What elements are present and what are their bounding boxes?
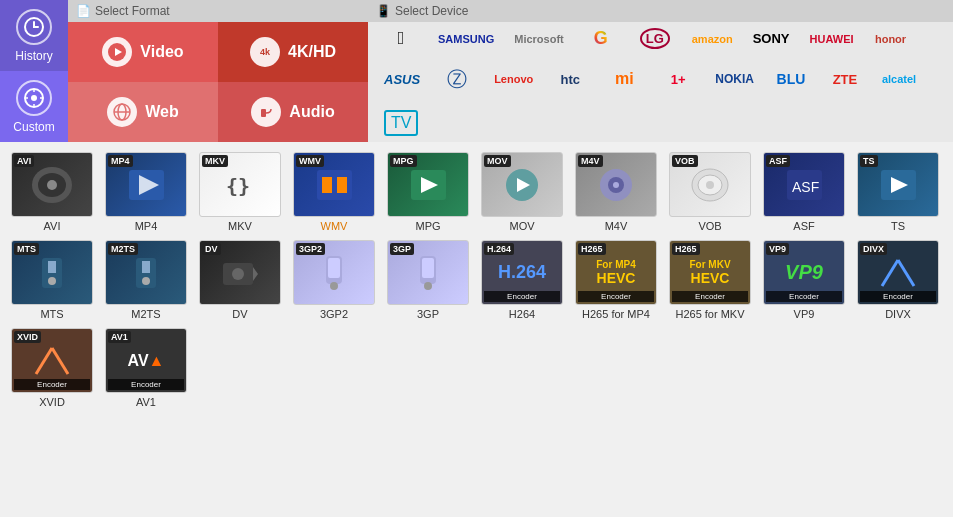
svg-rect-49 <box>422 258 434 278</box>
xiaomi-logo: mi <box>615 70 634 88</box>
audio-format-button[interactable]: Audio <box>218 82 368 142</box>
device-zte[interactable]: ZTE <box>820 68 870 91</box>
web-format-button[interactable]: Web <box>68 82 218 142</box>
svg-rect-12 <box>261 109 266 117</box>
h264-label: H264 <box>509 308 535 320</box>
format-mp4[interactable]: MP4 MP4 <box>102 150 190 234</box>
format-mov[interactable]: MOV MOV <box>478 150 566 234</box>
select-format-label: Select Format <box>95 4 170 18</box>
format-wmv[interactable]: WMV WMV <box>290 150 378 234</box>
history-icon <box>16 9 52 45</box>
select-device-header: 📱 Select Device <box>368 0 953 22</box>
format-m4v[interactable]: M4V M4V <box>572 150 660 234</box>
3gp2-thumb: 3GP2 <box>293 240 375 305</box>
divx-badge: DIVX <box>860 243 887 255</box>
device-htc[interactable]: htc <box>545 68 595 91</box>
svg-rect-21 <box>337 177 347 193</box>
h265mp4-badge: H265 <box>578 243 606 255</box>
format-3gp2[interactable]: 3GP2 3GP2 <box>290 238 378 322</box>
format-xvid[interactable]: XVID Encoder XVID <box>8 326 96 410</box>
mts-label: MTS <box>40 308 63 320</box>
m4v-thumb: M4V <box>575 152 657 217</box>
ts-label: TS <box>891 220 905 232</box>
select-format-section: 📄 Select Format Video 4k 4K/HD <box>68 0 368 142</box>
device-tv[interactable]: TV <box>376 106 426 140</box>
mkv-badge: MKV <box>202 155 228 167</box>
device-huawei[interactable]: HUAWEI <box>802 29 862 49</box>
xvid-thumb: XVID Encoder <box>11 328 93 393</box>
av1-label: AV1 <box>136 396 156 408</box>
svg-point-2 <box>31 95 37 101</box>
h265mp4-encoder: Encoder <box>578 291 654 302</box>
format-avi[interactable]: AVI AVI <box>8 150 96 234</box>
divx-encoder: Encoder <box>860 291 936 302</box>
format-mkv[interactable]: MKV {} MKV <box>196 150 284 234</box>
alcatel-logo: alcatel <box>882 73 916 85</box>
asf-thumb: ASF ASF <box>763 152 845 217</box>
format-ts[interactable]: TS TS <box>854 150 942 234</box>
sidebar-item-history[interactable]: History <box>0 0 68 71</box>
device-oneplus[interactable]: 1+ <box>653 68 703 91</box>
svg-rect-20 <box>322 177 332 193</box>
sidebar-item-custom[interactable]: Custom <box>0 71 68 142</box>
4k-format-button[interactable]: 4k 4K/HD <box>218 22 368 82</box>
web-label: Web <box>145 103 178 121</box>
device-xiaomi[interactable]: mi <box>599 66 649 92</box>
format-header-icon: 📄 <box>76 4 91 18</box>
device-google[interactable]: G <box>576 24 626 53</box>
mts-badge: MTS <box>14 243 39 255</box>
format-asf[interactable]: ASF ASF ASF <box>760 150 848 234</box>
device-apple[interactable]:  <box>376 24 426 53</box>
custom-icon <box>16 80 52 116</box>
lenovo-logo: Lenovo <box>494 73 533 85</box>
4k-icon: 4k <box>250 37 280 67</box>
device-samsung[interactable]: SAMSUNG <box>430 29 502 49</box>
format-h264[interactable]: H.264 H.264 Encoder H264 <box>478 238 566 322</box>
format-divx[interactable]: DIVX Encoder DIVX <box>854 238 942 322</box>
mov-badge: MOV <box>484 155 511 167</box>
device-asus[interactable]: ASUS <box>376 68 428 91</box>
format-mts[interactable]: MTS MTS <box>8 238 96 322</box>
h265mkv-thumb: H265 For MKV HEVC Encoder <box>669 240 751 305</box>
format-3gp[interactable]: 3GP 3GP <box>384 238 472 322</box>
device-alcatel[interactable]: alcatel <box>874 69 924 89</box>
device-microsoft[interactable]: Microsoft <box>506 29 572 49</box>
dv-thumb: DV <box>199 240 281 305</box>
device-blu[interactable]: BLU <box>766 67 816 91</box>
device-motorola[interactable]: Ⓩ <box>432 62 482 97</box>
ts-thumb: TS <box>857 152 939 217</box>
huawei-logo: HUAWEI <box>810 33 854 45</box>
format-m2ts[interactable]: M2TS M2TS <box>102 238 190 322</box>
format-vob[interactable]: VOB VOB <box>666 150 754 234</box>
video-format-button[interactable]: Video <box>68 22 218 82</box>
format-av1[interactable]: AV1 AV▲ Encoder AV1 <box>102 326 190 410</box>
select-device-section: 📱 Select Device  SAMSUNG Microsoft G LG <box>368 0 953 142</box>
device-honor[interactable]: honor <box>866 29 916 49</box>
format-vp9[interactable]: VP9 VP9 Encoder VP9 <box>760 238 848 322</box>
format-mpg[interactable]: MPG MPG <box>384 150 472 234</box>
format-h265mp4[interactable]: H265 For MP4 HEVC Encoder H265 for MP4 <box>572 238 660 322</box>
xvid-label: XVID <box>39 396 65 408</box>
m2ts-thumb: M2TS <box>105 240 187 305</box>
svg-point-47 <box>330 282 338 290</box>
device-amazon[interactable]: amazon <box>684 29 741 49</box>
mpg-badge: MPG <box>390 155 417 167</box>
motorola-logo: Ⓩ <box>447 66 467 93</box>
vob-badge: VOB <box>672 155 698 167</box>
device-grid:  SAMSUNG Microsoft G LG amazon <box>368 22 953 142</box>
format-dv[interactable]: DV DV <box>196 238 284 322</box>
web-icon <box>107 97 137 127</box>
device-lg[interactable]: LG <box>630 24 680 53</box>
h265mkv-encoder: Encoder <box>672 291 748 302</box>
avi-label: AVI <box>44 220 61 232</box>
htc-logo: htc <box>561 72 581 87</box>
xvid-encoder: Encoder <box>14 379 90 390</box>
svg-line-52 <box>898 260 914 286</box>
h265mp4-label: H265 for MP4 <box>582 308 650 320</box>
device-sony[interactable]: SONY <box>745 27 798 50</box>
mkv-label: MKV <box>228 220 252 232</box>
device-lenovo[interactable]: Lenovo <box>486 69 541 89</box>
device-nokia[interactable]: NOKIA <box>707 68 762 90</box>
format-h265mkv[interactable]: H265 For MKV HEVC Encoder H265 for MKV <box>666 238 754 322</box>
asf-label: ASF <box>793 220 814 232</box>
